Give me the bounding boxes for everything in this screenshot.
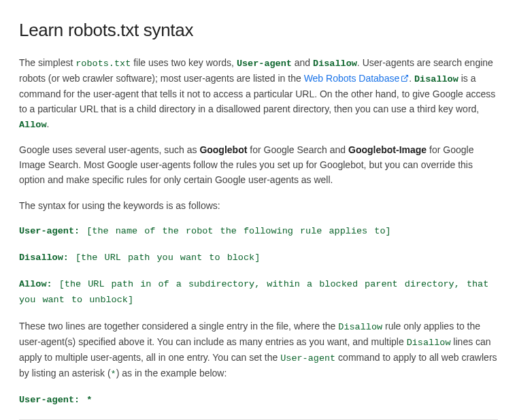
code-disallow-4: Disallow [407, 338, 451, 348]
text: file uses two key words, [131, 57, 237, 68]
syntax-allow: Allow: [the URL path in of a subdirector… [19, 277, 498, 308]
code-robots-txt: robots.txt [76, 59, 131, 69]
bold-googlebot: Googlebot [199, 144, 247, 155]
paragraph-intro: The simplest robots.txt file uses two ke… [19, 56, 498, 132]
code-user-agent-2: User-agent [280, 353, 335, 364]
syntax-disallow: Disallow: [the URL path you want to bloc… [19, 251, 498, 266]
code-disallow-2: Disallow [414, 74, 458, 84]
text: . [409, 73, 414, 84]
link-text: Web Robots Database [304, 73, 400, 84]
svg-line-0 [404, 76, 408, 80]
syntax-rest: [the URL path in of a subdirectory, with… [19, 279, 488, 305]
syntax-keyword: User-agent: * [19, 395, 92, 405]
syntax-user-agent: User-agent: [the name of the robot the f… [19, 224, 498, 240]
syntax-wildcard: User-agent: * [19, 393, 498, 408]
paragraph-syntax-intro: The syntax for using the keywords is as … [19, 199, 498, 214]
text: . [47, 118, 50, 129]
text: and [292, 57, 313, 68]
code-user-agent: User-agent [237, 59, 292, 69]
syntax-keyword: User-agent: [19, 226, 80, 236]
code-asterisk: * [111, 369, 116, 379]
text: ) as in the example below: [116, 368, 227, 378]
paragraph-google-agents: Google uses several user-agents, such as… [19, 143, 498, 187]
text: These two lines are together considered … [19, 321, 338, 332]
text: The simplest [19, 57, 76, 68]
paragraph-entry-explanation: These two lines are together considered … [19, 319, 498, 382]
external-link-icon [401, 72, 409, 87]
syntax-keyword: Allow: [19, 279, 52, 289]
page-title: Learn robots.txt syntax [19, 16, 498, 44]
syntax-rest: [the name of the robot the following rul… [80, 226, 390, 236]
web-robots-database-link[interactable]: Web Robots Database [304, 73, 410, 84]
text: Google uses several user-agents, such as [19, 144, 199, 155]
code-allow: Allow [19, 120, 47, 130]
code-disallow-3: Disallow [338, 322, 382, 332]
syntax-keyword: Disallow: [19, 253, 69, 263]
bold-googlebot-image: Googlebot-Image [348, 144, 427, 155]
syntax-rest: [the URL path you want to block] [69, 253, 260, 263]
text: for Google Search and [247, 144, 348, 155]
code-disallow: Disallow [313, 59, 357, 69]
